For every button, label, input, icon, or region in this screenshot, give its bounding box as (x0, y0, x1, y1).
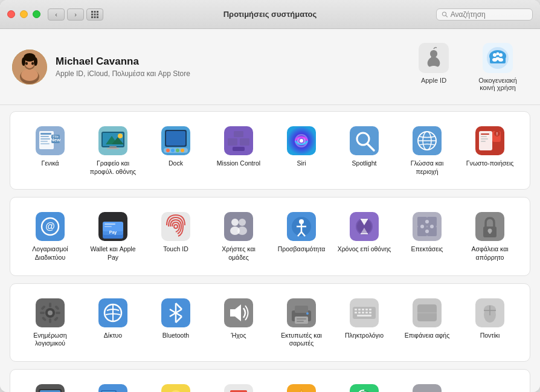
wallet-applepay-label: Wallet και Apple Pay (85, 245, 141, 262)
displays-icon (36, 384, 65, 392)
svg-point-127 (430, 225, 434, 228)
pref-internet-accounts[interactable]: @ Λογαριασμοί Διαδικτύου (20, 207, 80, 265)
svg-rect-0 (91, 11, 93, 13)
pref-security-privacy[interactable]: Ασφάλεια και απόρρητο (460, 207, 520, 265)
pref-dock[interactable]: Dock (146, 121, 206, 179)
pref-energy-saver[interactable]: Ενέργεια (146, 379, 206, 392)
profile-name: Michael Cavanna (56, 56, 190, 68)
family-sharing-button[interactable]: Οικογενειακή κοινή χρήση (468, 39, 528, 95)
pref-keyboard[interactable]: Πληκτρολόγιο (334, 294, 394, 352)
svg-rect-165 (358, 309, 361, 310)
pref-date-time[interactable]: 18 Ημερομηνία και ώρα (208, 379, 269, 392)
traffic-lights (7, 10, 40, 18)
forward-button[interactable]: › (67, 8, 84, 21)
svg-rect-164 (355, 309, 357, 310)
svg-point-16 (25, 62, 28, 65)
svg-point-19 (22, 57, 25, 66)
main-content: New File Γενικά (0, 105, 540, 392)
pref-accessibility[interactable]: Προσβασιμότητα (271, 207, 332, 265)
search-bar[interactable] (436, 8, 533, 21)
profile-actions:  Apple ID (412, 39, 528, 95)
language-region-icon (413, 126, 442, 155)
grid-view-button[interactable] (86, 8, 103, 21)
svg-rect-139 (56, 312, 60, 314)
svg-rect-170 (358, 312, 361, 313)
svg-point-31 (499, 53, 503, 57)
family-sharing-icon (483, 43, 513, 73)
svg-point-135 (48, 310, 53, 315)
pref-sidecar[interactable]: Sidecar (83, 379, 143, 392)
family-sharing-icon-box (482, 42, 513, 74)
window-title: Προτιμήσεις συστήματος (223, 10, 317, 19)
nav-buttons: ‹ › (48, 8, 84, 21)
svg-rect-55 (166, 131, 185, 146)
mission-control-icon (224, 126, 253, 155)
profile-section: Michael Cavanna Apple ID, iCloud, Πολυμέ… (0, 29, 540, 105)
section-2-grid: @ Λογαριασμοί Διαδικτύου (20, 207, 520, 265)
maximize-button[interactable] (33, 10, 40, 18)
trackpad-icon (413, 298, 442, 327)
svg-point-161 (306, 312, 309, 315)
date-time-icon: 18 (224, 384, 253, 392)
svg-rect-1 (94, 11, 96, 13)
printers-scanners-icon (287, 298, 316, 327)
pref-sound[interactable]: Ήχος (208, 294, 269, 352)
pref-bluetooth[interactable]: Bluetooth (146, 294, 206, 352)
svg-rect-3 (91, 13, 93, 15)
family-sharing-label: Οικογενειακή κοινή χρήση (474, 77, 522, 91)
svg-point-104 (239, 219, 246, 226)
svg-rect-84 (481, 136, 487, 137)
pref-startup-disk[interactable]: Δίσκος εκκίνησης (397, 379, 457, 392)
svg-point-20 (34, 57, 37, 66)
pref-time-machine[interactable]: Time Machine (334, 379, 394, 392)
svg-rect-8 (97, 16, 98, 18)
pref-desktop-screensaver[interactable]: Γραφείο και προφύλ. οθόνης (83, 121, 143, 179)
close-button[interactable] (7, 10, 15, 18)
screen-time-label: Χρόνος επί οθόνης (338, 245, 391, 254)
search-input[interactable] (451, 10, 527, 19)
pref-printers-scanners[interactable]: Εκτυπωτές και σαρωτές (271, 294, 332, 352)
pref-language-region[interactable]: Γλώσσα και περιοχή (397, 121, 457, 179)
titlebar: ‹ › Προτιμήσεις συστήματος (0, 0, 540, 29)
general-label: Γενικά (41, 159, 59, 168)
section-4-grid: Οθόνες (20, 379, 520, 392)
pref-displays[interactable]: Οθόνες (20, 379, 80, 392)
mission-control-label: Mission Control (217, 159, 260, 168)
svg-rect-172 (365, 312, 368, 313)
pref-touch-id[interactable]: Touch ID (146, 207, 206, 265)
mouse-icon (475, 298, 504, 327)
svg-rect-99 (161, 212, 190, 241)
pref-software-update[interactable]: Ενημέρωση λογισμικού (20, 294, 80, 352)
pref-users-groups[interactable]: Χρήστες και ομάδες (208, 207, 269, 265)
pref-siri[interactable]: Siri (271, 121, 332, 179)
svg-rect-39 (40, 138, 50, 140)
svg-rect-52 (107, 148, 119, 149)
extensions-icon (413, 212, 442, 241)
svg-rect-40 (40, 141, 48, 142)
pref-notifications[interactable]: ! Γνωστο-ποιήσεις (460, 121, 520, 179)
pref-spotlight[interactable]: Spotlight (334, 121, 394, 179)
svg-rect-101 (224, 212, 253, 241)
svg-rect-65 (228, 138, 237, 146)
pref-general[interactable]: New File Γενικά (20, 121, 80, 179)
pref-extensions[interactable]: Επεκτάσεις (397, 207, 457, 265)
svg-line-202 (182, 389, 183, 390)
svg-rect-120 (413, 212, 442, 241)
pref-screen-time[interactable]: Χρόνος επί οθόνης (334, 207, 394, 265)
sound-icon (224, 298, 253, 327)
keyboard-label: Πληκτρολόγιο (345, 332, 384, 340)
pref-network[interactable]: Δίκτυο (83, 294, 143, 352)
section-1: New File Γενικά (10, 111, 530, 190)
time-machine-icon (350, 384, 379, 392)
back-button[interactable]: ‹ (48, 8, 65, 21)
svg-rect-4 (94, 13, 96, 15)
apple-id-button[interactable]:  Apple ID (412, 39, 455, 95)
pref-wallet-applepay[interactable]: Pay Wallet και Apple Pay (83, 207, 143, 265)
pref-mission-control[interactable]: Mission Control (208, 121, 269, 179)
touch-id-label: Touch ID (163, 245, 188, 254)
pref-sharing[interactable]: Κοινή χρήση (271, 379, 332, 392)
minimize-button[interactable] (20, 10, 28, 18)
pref-mouse[interactable]: Ποντίκι (460, 294, 520, 352)
svg-rect-160 (297, 321, 304, 322)
pref-trackpad[interactable]: Επιφάνεια αφής (397, 294, 457, 352)
